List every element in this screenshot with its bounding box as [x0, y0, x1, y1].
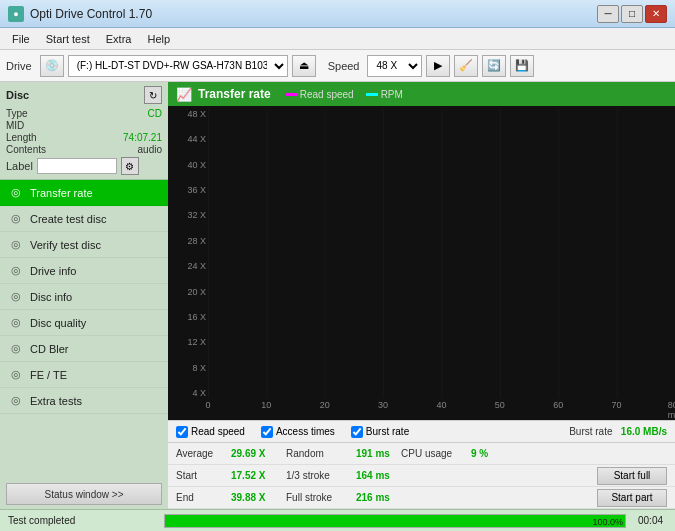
maximize-button[interactable]: □ [621, 5, 643, 23]
stat-avg-label: Average [176, 448, 231, 459]
menu-file[interactable]: File [4, 31, 38, 47]
cb-read-speed-label: Read speed [191, 426, 245, 437]
svg-rect-0 [208, 110, 675, 398]
cb-access-times: Access times [261, 426, 335, 438]
sidebar-item-label: Disc quality [30, 317, 86, 329]
x-axis: 0 10 20 30 40 50 60 70 80 min [208, 398, 675, 420]
eject-button[interactable]: ⏏ [292, 55, 316, 77]
x-label-30: 30 [378, 400, 388, 410]
transfer-rate-icon: ◎ [8, 185, 24, 201]
cd-bler-icon: ◎ [8, 341, 24, 357]
menu-extra[interactable]: Extra [98, 31, 140, 47]
stat-start-label: Start [176, 470, 231, 481]
minimize-button[interactable]: ─ [597, 5, 619, 23]
stat-start-value: 17.52 X [231, 470, 286, 481]
cb-burst-rate-input[interactable] [351, 426, 363, 438]
burst-rate-label: Burst rate [569, 426, 612, 437]
stat-fullstroke-label: Full stroke [286, 492, 356, 503]
disc-panel-title: Disc [6, 89, 29, 101]
status-window-btn[interactable]: Status window >> [6, 483, 162, 505]
x-label-50: 50 [495, 400, 505, 410]
y-label-20x: 20 X [170, 288, 206, 297]
menu-help[interactable]: Help [139, 31, 178, 47]
sidebar-item-drive-info[interactable]: ◎ Drive info [0, 258, 168, 284]
cb-burst-rate-label: Burst rate [366, 426, 409, 437]
sidebar-item-fe-te[interactable]: ◎ FE / TE [0, 362, 168, 388]
menu-start-test[interactable]: Start test [38, 31, 98, 47]
legend-read-speed-label: Read speed [300, 89, 354, 100]
disc-contents-row: Contents audio [6, 144, 162, 155]
x-label-40: 40 [436, 400, 446, 410]
disc-length-row: Length 74:07.21 [6, 132, 162, 143]
disc-type-label: Type [6, 108, 28, 119]
stat-end-label: End [176, 492, 231, 503]
stats-row-3: End 39.88 X Full stroke 216 ms Start par… [168, 487, 675, 509]
fe-te-icon: ◎ [8, 367, 24, 383]
sidebar-item-extra-tests[interactable]: ◎ Extra tests [0, 388, 168, 414]
window-title: Opti Drive Control 1.70 [30, 7, 152, 21]
toolbar: Drive 💿 (F:) HL-DT-ST DVD+-RW GSA-H73N B… [0, 50, 675, 82]
disc-label-row: Label ⚙ [6, 157, 162, 175]
create-test-disc-icon: ◎ [8, 211, 24, 227]
disc-length-value: 74:07.21 [123, 132, 162, 143]
cb-burst-rate: Burst rate [351, 426, 409, 438]
y-label-36x: 36 X [170, 186, 206, 195]
stats-row-1: Average 29.69 X Random 191 ms CPU usage … [168, 443, 675, 465]
stat-13stroke-label: 1/3 stroke [286, 470, 356, 481]
refresh-button[interactable]: 🔄 [482, 55, 506, 77]
y-label-4x: 4 X [170, 389, 206, 398]
sidebar-menu: ◎ Transfer rate ◎ Create test disc ◎ Ver… [0, 180, 168, 479]
stat-random-label: Random [286, 448, 356, 459]
drive-icon-btn[interactable]: 💿 [40, 55, 64, 77]
start-full-button[interactable]: Start full [597, 467, 667, 485]
x-label-60: 60 [553, 400, 563, 410]
legend-rpm-label: RPM [381, 89, 403, 100]
disc-contents-label: Contents [6, 144, 46, 155]
sidebar-item-disc-quality[interactable]: ◎ Disc quality [0, 310, 168, 336]
progress-bar-container: 100.0% [164, 514, 626, 528]
stat-cpu-label: CPU usage [401, 448, 471, 459]
cb-access-times-input[interactable] [261, 426, 273, 438]
sidebar-item-disc-info[interactable]: ◎ Disc info [0, 284, 168, 310]
speed-label: Speed [328, 60, 360, 72]
y-label-16x: 16 X [170, 313, 206, 322]
y-label-8x: 8 X [170, 364, 206, 373]
disc-contents-value: audio [138, 144, 162, 155]
disc-quality-icon: ◎ [8, 315, 24, 331]
legend-read-speed-color [285, 93, 297, 96]
cb-read-speed-input[interactable] [176, 426, 188, 438]
save-button[interactable]: 💾 [510, 55, 534, 77]
disc-mid-row: MID [6, 120, 162, 131]
x-label-20: 20 [320, 400, 330, 410]
legend-rpm: RPM [366, 89, 403, 100]
start-part-button[interactable]: Start part [597, 489, 667, 507]
stat-avg-value: 29.69 X [231, 448, 286, 459]
disc-label-btn[interactable]: ⚙ [121, 157, 139, 175]
sidebar-item-cd-bler[interactable]: ◎ CD Bler [0, 336, 168, 362]
disc-length-label: Length [6, 132, 37, 143]
sidebar-item-create-test-disc[interactable]: ◎ Create test disc [0, 206, 168, 232]
disc-refresh-btn[interactable]: ↻ [144, 86, 162, 104]
disc-label-input[interactable] [37, 158, 117, 174]
sidebar-item-verify-test-disc[interactable]: ◎ Verify test disc [0, 232, 168, 258]
x-label-0: 0 [205, 400, 210, 410]
time-display: 00:04 [630, 515, 675, 526]
y-label-44x: 44 X [170, 135, 206, 144]
x-label-70: 70 [612, 400, 622, 410]
clear-button[interactable]: 🧹 [454, 55, 478, 77]
x-label-10: 10 [261, 400, 271, 410]
chart-area: 📈 Transfer rate Read speed RPM 4 X [168, 82, 675, 420]
stat-13stroke-value: 164 ms [356, 470, 401, 481]
sidebar-item-transfer-rate[interactable]: ◎ Transfer rate [0, 180, 168, 206]
y-label-28x: 28 X [170, 237, 206, 246]
app-icon: ● [8, 6, 24, 22]
chart-header: 📈 Transfer rate Read speed RPM [168, 82, 675, 106]
close-button[interactable]: ✕ [645, 5, 667, 23]
speed-arrow-btn[interactable]: ▶ [426, 55, 450, 77]
legend-rpm-color [366, 93, 378, 96]
drive-select[interactable]: (F:) HL-DT-ST DVD+-RW GSA-H73N B103 [68, 55, 288, 77]
status-text: Test completed [0, 515, 160, 526]
speed-select[interactable]: 48 X [367, 55, 422, 77]
checkboxes-row: Read speed Access times Burst rate Burst… [168, 420, 675, 442]
disc-panel: Disc ↻ Type CD MID Length 74:07.21 Conte… [0, 82, 168, 180]
